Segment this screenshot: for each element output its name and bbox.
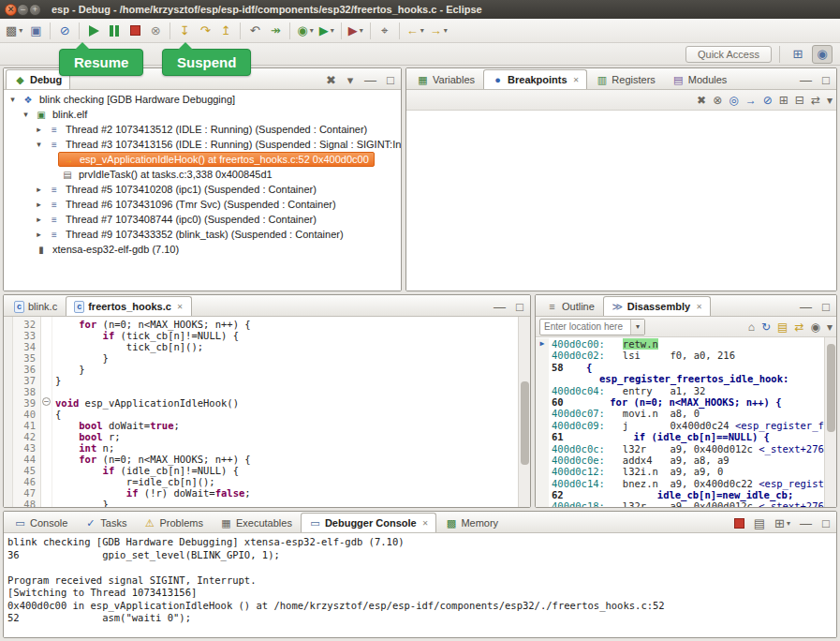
collapse-arrow-icon[interactable]: ▾ <box>33 140 45 149</box>
editor-tab-blink-c[interactable]: blink.c <box>6 296 66 316</box>
step-return-icon[interactable]: ↥ <box>216 21 235 41</box>
expand-arrow-icon[interactable]: ▸ <box>33 125 45 134</box>
disassembly-row[interactable]: 400d0c02: lsi f0, a0, 216 <box>536 350 824 361</box>
tab-modules[interactable]: Modules <box>664 69 736 89</box>
debug-perspective-icon[interactable]: ◉ <box>812 45 833 64</box>
debug-tree-item[interactable]: ▾Thread #3 1073413156 (IDLE : Running) (… <box>4 137 401 152</box>
drop-to-frame-icon[interactable]: ↶ <box>245 21 264 41</box>
debug-tree-item[interactable]: ▸Thread #5 1073410208 (ipc1) (Suspended … <box>4 182 401 197</box>
step-over-icon[interactable]: ↷ <box>196 21 214 41</box>
maximize-icon[interactable]: □ <box>819 515 833 530</box>
tab-executables[interactable]: Executables <box>212 513 301 532</box>
external-tools-icon[interactable]: ▶▾ <box>346 21 365 41</box>
step-into-icon[interactable]: ↧ <box>175 21 194 41</box>
close-icon[interactable]: ✕ <box>177 303 184 311</box>
fold-marker-icon[interactable]: – <box>42 397 51 406</box>
tab-registers[interactable]: Registers <box>587 69 663 89</box>
collapse-arrow-icon[interactable]: ▾ <box>7 95 19 104</box>
tab-tasks[interactable]: Tasks <box>76 513 135 532</box>
disassembly-row[interactable]: 60 for (n=0; n<MAX_HOOKS; n++) { <box>536 396 824 408</box>
tab-memory[interactable]: Memory <box>436 513 507 532</box>
refresh-icon[interactable]: ↻ <box>761 321 771 333</box>
run-icon[interactable]: ▶▾ <box>317 21 336 41</box>
terminate-button[interactable] <box>125 21 144 41</box>
open-perspective-icon[interactable]: ⊞ <box>788 45 808 64</box>
open-console-icon[interactable]: ⊞▾ <box>773 515 792 530</box>
maximize-icon[interactable]: □ <box>384 72 397 87</box>
tab-breakpoints[interactable]: Breakpoints✕ <box>483 69 587 89</box>
debug-tree-item[interactable]: ▸Thread #2 1073413512 (IDLE : Running) (… <box>4 122 401 137</box>
resume-button[interactable] <box>84 21 103 41</box>
close-icon[interactable]: ✕ <box>422 519 429 528</box>
disassembly-row[interactable]: 400d0c0c: l32r a9, 0x400d012c <_stext+27… <box>536 443 824 455</box>
minimize-icon[interactable]: — <box>362 72 378 87</box>
minimize-icon[interactable]: — <box>798 72 814 87</box>
disassembly-row[interactable]: 400d0c04: entry a1, 32 <box>536 385 824 396</box>
sync-selection-icon[interactable]: ⇄ <box>794 321 803 333</box>
expand-arrow-icon[interactable]: ▸ <box>33 200 45 209</box>
disassembly-row[interactable]: 400d0c18: l32r a9, 0x400d012c <_stext+27… <box>536 500 824 507</box>
disassembly-row[interactable]: 400d0c07: movi.n a8, 0 <box>536 408 824 419</box>
maximize-icon[interactable]: □ <box>513 299 526 314</box>
view-menu-icon[interactable]: ▾ <box>344 72 357 87</box>
expand-all-icon[interactable]: ⊞ <box>779 95 788 106</box>
disassembly-row[interactable]: 61 if (idle_cb[n]==NULL) { <box>536 431 824 442</box>
disassembly-row[interactable]: 400d0c14: bnez.n a9, 0x400d0c22 <esp_reg… <box>536 478 824 489</box>
editor-tab-freertos-hooks-c[interactable]: freertos_hooks.c✕ <box>66 296 191 316</box>
close-icon[interactable]: ✕ <box>573 76 580 84</box>
remove-all-terminated-icon[interactable]: ✖ <box>324 72 338 87</box>
remove-breakpoint-icon[interactable]: ✖ <box>697 95 706 106</box>
combo-dropdown-icon[interactable]: ▾ <box>630 320 644 335</box>
disassembly-row[interactable]: 400d0c0e: addx4 a9, a8, a9 <box>536 455 824 466</box>
editor-scrollbar[interactable] <box>518 317 530 507</box>
tab-console[interactable]: Console <box>6 513 76 532</box>
debug-tree-item[interactable]: ▸Thread #7 1073408744 (ipc0) (Suspended … <box>4 212 401 227</box>
disassembly-scrollbar[interactable] <box>824 337 836 507</box>
minimize-icon[interactable]: — <box>798 299 814 314</box>
collapse-all-icon[interactable]: ⊟ <box>795 95 804 106</box>
tab-debugger-console[interactable]: Debugger Console✕ <box>301 513 437 532</box>
location-input[interactable] <box>540 321 630 332</box>
debug-icon[interactable]: ◉▾ <box>295 21 315 41</box>
forward-icon[interactable]: →▾ <box>428 21 449 41</box>
disassembly-row[interactable]: 400d0c09: j 0x400d0c24 <esp_register_fre… <box>536 420 824 431</box>
instruction-stepping-icon[interactable]: ↠ <box>266 21 285 41</box>
view-menu-icon[interactable]: ▾ <box>827 321 833 333</box>
show-opcodes-icon[interactable]: ▤ <box>777 321 788 333</box>
remove-all-breakpoints-icon[interactable]: ⊗ <box>713 95 722 106</box>
folding-ruler[interactable]: – <box>41 317 52 507</box>
save-icon[interactable]: ▣ <box>26 21 45 41</box>
minimize-icon[interactable]: — <box>798 515 814 530</box>
show-breakpoints-for-icon[interactable]: ◎ <box>729 95 738 106</box>
debug-tree-item[interactable]: esp_vApplicationIdleHook() at freertos_h… <box>4 152 401 167</box>
skip-all-breakpoints-icon[interactable]: ⊘ <box>763 95 773 106</box>
debug-tree-item[interactable]: ▾blink.elf <box>4 107 401 122</box>
tab-variables[interactable]: Variables <box>408 69 483 89</box>
maximize-window-button[interactable]: + <box>29 4 41 16</box>
close-window-button[interactable]: ✕ <box>5 4 17 16</box>
minimize-window-button[interactable]: – <box>17 4 29 16</box>
close-icon[interactable]: ✕ <box>696 303 702 311</box>
code-editor[interactable]: 3233343536373839404142434445464748 – for… <box>4 317 530 507</box>
scrollbar-thumb[interactable] <box>521 381 529 465</box>
tab-disassembly[interactable]: Disassembly✕ <box>603 296 711 316</box>
debug-tree-item[interactable]: ▸Thread #9 1073433352 (blink_task) (Susp… <box>4 227 401 242</box>
minimize-icon[interactable]: — <box>492 299 508 314</box>
view-menu-icon[interactable]: ▾ <box>827 95 833 106</box>
debug-tree-item[interactable]: ▾blink checking [GDB Hardware Debugging] <box>4 92 401 107</box>
link-with-debug-icon[interactable]: ⇄ <box>811 95 820 106</box>
disconnect-icon[interactable]: ⊗ <box>146 21 165 41</box>
console-output[interactable]: blink checking [GDB Hardware Debugging] … <box>4 533 836 637</box>
expand-arrow-icon[interactable]: ▸ <box>33 230 45 239</box>
display-selected-console-icon[interactable]: ▤ <box>752 515 767 530</box>
debug-tree-item[interactable]: ▸Thread #6 1073431096 (Tmr Svc) (Suspend… <box>4 197 401 212</box>
location-combo[interactable]: ▾ <box>539 319 645 335</box>
disassembly-row[interactable]: 58 { <box>536 362 824 373</box>
skip-all-breakpoints-icon[interactable]: ⊘ <box>55 21 74 41</box>
quick-access-button[interactable]: Quick Access <box>685 46 772 63</box>
tab-problems[interactable]: Problems <box>135 513 211 532</box>
expand-arrow-icon[interactable]: ▸ <box>33 185 45 194</box>
disassembly-view[interactable]: ▶400d0c00: retw.n400d0c02: lsi f0, a0, 2… <box>536 337 836 507</box>
home-icon[interactable]: ⌂ <box>748 321 755 333</box>
debug-tree-item[interactable]: xtensa-esp32-elf-gdb (7.10) <box>4 242 401 257</box>
